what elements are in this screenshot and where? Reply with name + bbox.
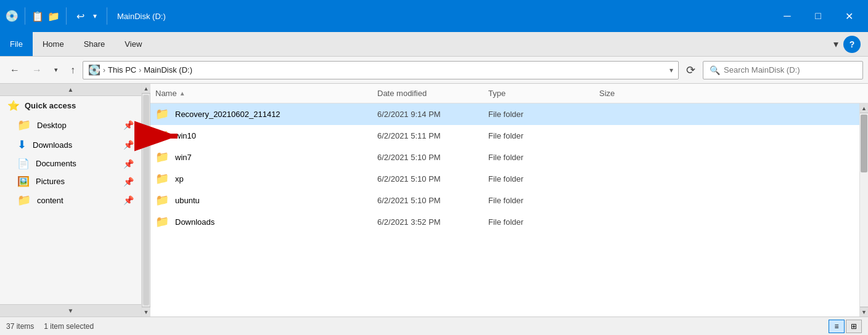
content-scroll-track [860,113,868,307]
file-row-1[interactable]: 📁 win10 6/2/2021 5:11 PM File folder [150,125,859,147]
selected-count: 1 item selected [44,322,94,331]
star-icon: ⭐ [7,100,20,111]
menu-item-home[interactable]: Home [33,32,74,56]
menu-file-label: File [10,39,23,49]
sidebar-vscroll-up[interactable]: ▲ [142,84,150,94]
pictures-label: Pictures [36,177,65,186]
sidebar-item-content[interactable]: 📁 content 📌 [0,190,141,210]
menu-item-view[interactable]: View [115,32,152,56]
pictures-pin-button[interactable]: 📌 [123,177,134,187]
desktop-label: Desktop [37,121,67,130]
file-row-3[interactable]: 📁 xp 6/2/2021 5:10 PM File folder [150,168,859,190]
chevron-down-icon[interactable]: ▾ [833,38,838,50]
view-large-icons-button[interactable]: ⊞ [846,320,862,333]
quick-access-label: Quick access [25,101,76,110]
file-row-5[interactable]: 📁 Downloads 6/2/2021 3:52 PM File folder [150,211,859,233]
view-details-button[interactable]: ≡ [829,320,845,333]
item-count: 37 items [6,322,34,331]
address-bar[interactable]: 💽 › This PC › MainDisk (D:) ▾ [83,61,679,79]
folder-icon-1: 📁 [155,129,169,142]
forward-button[interactable]: → [27,62,47,78]
content-scroll-thumb [861,115,867,172]
sidebar-item-desktop[interactable]: 📁 Desktop 📌 [0,115,141,135]
documents-icon: 📄 [17,158,30,169]
undo-button[interactable]: ↩ [73,8,88,25]
sidebar-item-documents[interactable]: 📄 Documents 📌 [0,155,141,172]
folder-icon-5: 📁 [155,215,169,228]
documents-pin-button[interactable]: 📌 [123,159,134,169]
file-list: 📁 Recovery_20210602_211412 6/2/2021 9:14… [150,103,859,317]
content-scroll-up-button[interactable]: ▲ [860,103,868,113]
toolbar: ← → ▾ ↑ 💽 › This PC › MainDisk (D:) ▾ ⟳ … [0,57,868,84]
file-name-4: ubuntu [175,196,200,205]
folder-icon: 📁 [47,10,60,22]
content-scroll-down-button[interactable]: ▼ [860,307,868,317]
file-name-3: xp [175,174,184,184]
title-bar: 💿 📋 📁 ↩ ▾ MainDisk (D:) ─ □ ✕ [0,0,868,32]
help-button[interactable]: ? [843,36,861,53]
content-vertical-scrollbar: ▲ ▼ [859,103,868,317]
menu-item-share[interactable]: Share [74,32,115,56]
search-input[interactable] [724,65,856,75]
file-name-cell-1: 📁 win10 [150,129,372,142]
file-date-4: 6/2/2021 5:10 PM [372,196,483,205]
maximize-button[interactable]: □ [804,6,832,26]
file-row-0[interactable]: 📁 Recovery_20210602_211412 6/2/2021 9:14… [150,103,859,125]
downloads-pin-button[interactable]: 📌 [123,140,134,150]
sidebar-vscroll-down[interactable]: ▼ [142,307,150,317]
sidebar-scroll-down-button[interactable]: ▼ [0,304,141,317]
disk-icon: 💿 [5,9,18,23]
sidebar-scroll-up-button[interactable]: ▲ [0,84,141,96]
file-name-1: win10 [175,131,196,140]
status-bar: 37 items 1 item selected ≡ ⊞ [0,317,868,335]
desktop-pin-button[interactable]: 📌 [123,120,134,130]
file-type-1: File folder [483,131,594,140]
menu-view-label: View [125,39,142,49]
col-header-size[interactable]: Size [594,86,656,100]
view-grid-icon: ⊞ [851,322,857,331]
menu-dropdown-area: ▾ ? [826,32,868,56]
col-header-date[interactable]: Date modified [372,86,483,100]
folder-icon-2: 📁 [155,150,169,164]
content-pin-button[interactable]: 📌 [123,195,134,205]
clipboard-icon: 📋 [31,10,44,22]
file-date-5: 6/2/2021 3:52 PM [372,217,483,227]
file-row-2[interactable]: 📁 win7 6/2/2021 5:10 PM File folder [150,147,859,168]
sidebar-item-pictures[interactable]: 🖼️ Pictures 📌 [0,172,141,190]
address-dropdown-arrow[interactable]: ▾ [669,66,673,75]
separator2 [66,7,67,25]
up-button[interactable]: ↑ [65,62,80,78]
downloads-icon: ⬇ [17,138,27,151]
col-header-name[interactable]: Name ▲ [150,86,372,100]
dropdown-arrow-button[interactable]: ▾ [89,8,100,25]
sort-asc-icon: ▲ [179,90,186,97]
sidebar-item-downloads[interactable]: ⬇ Downloads 📌 [0,135,141,155]
search-bar[interactable]: 🔍 [703,61,863,79]
sidebar: ▲ ⭐ Quick access 📁 Desktop 📌 ⬇ Downloads [0,84,142,317]
close-button[interactable]: ✕ [835,6,863,26]
file-name-cell-0: 📁 Recovery_20210602_211412 [150,107,372,121]
file-date-2: 6/2/2021 5:10 PM [372,153,483,162]
menu-item-file[interactable]: File [0,32,33,56]
refresh-button[interactable]: ⟳ [681,61,700,79]
address-drive: MainDisk (D:) [144,65,192,75]
col-header-type[interactable]: Type [483,86,594,100]
file-type-4: File folder [483,196,594,205]
documents-label: Documents [36,159,76,168]
file-name-cell-3: 📁 xp [150,172,372,185]
file-name-cell-2: 📁 win7 [150,150,372,164]
file-name-cell-5: 📁 Downloads [150,215,372,228]
file-row-4[interactable]: 📁 ubuntu 6/2/2021 5:10 PM File folder [150,190,859,211]
dropdown-history-button[interactable]: ▾ [49,63,63,76]
separator [25,7,25,25]
view-toggle-group: ≡ ⊞ [829,320,862,333]
address-thispc: This PC [108,65,136,75]
desktop-folder-icon: 📁 [17,118,31,132]
address-separator1: › [103,66,105,75]
folder-icon-3: 📁 [155,172,169,185]
drive-icon: 💽 [88,64,100,76]
back-button[interactable]: ← [5,62,25,78]
separator3 [107,7,107,25]
minimize-button[interactable]: ─ [773,6,801,26]
column-headers: Name ▲ Date modified Type Size [150,84,868,103]
